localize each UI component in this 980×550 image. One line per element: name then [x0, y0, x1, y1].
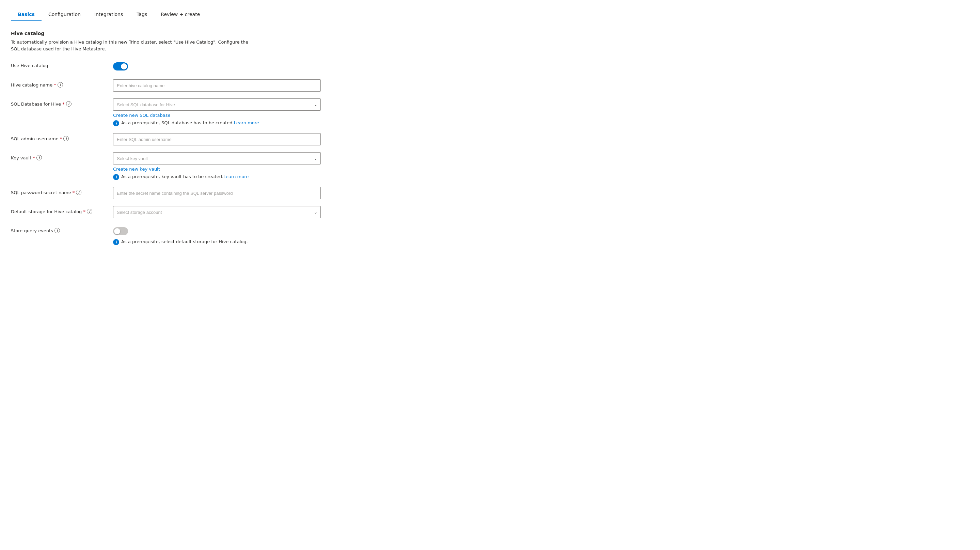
sql-database-select[interactable]: Select SQL database for Hive	[113, 99, 321, 111]
key-vault-learn-more-link[interactable]: Learn more	[223, 174, 248, 179]
sql-admin-username-row: SQL admin username * i	[11, 133, 329, 145]
key-vault-select[interactable]: Select key vault	[113, 152, 321, 164]
sql-password-secret-input[interactable]	[113, 187, 321, 199]
default-storage-row: Default storage for Hive catalog * i Sel…	[11, 206, 329, 218]
hive-catalog-name-input[interactable]	[113, 79, 321, 92]
tab-configuration[interactable]: Configuration	[41, 8, 88, 21]
store-query-events-info-message: i As a prerequisite, select default stor…	[113, 239, 321, 245]
default-storage-control: Select storage account ⌄	[113, 206, 321, 218]
page-container: Basics Configuration Integrations Tags R…	[0, 0, 340, 260]
hive-catalog-name-info-icon[interactable]: i	[57, 82, 63, 87]
tab-review-create[interactable]: Review + create	[154, 8, 207, 21]
store-query-events-label: Store query events i	[11, 225, 113, 233]
hive-catalog-name-control	[113, 79, 321, 92]
toggle-knob	[121, 64, 127, 70]
store-query-events-info-text: As a prerequisite, select default storag…	[121, 239, 248, 245]
sql-database-select-wrapper: Select SQL database for Hive ⌄	[113, 99, 321, 111]
create-key-vault-link[interactable]: Create new key vault	[113, 167, 321, 172]
sql-admin-username-label: SQL admin username * i	[11, 133, 113, 141]
sql-admin-username-info-icon[interactable]: i	[63, 136, 69, 141]
required-star: *	[73, 190, 75, 195]
store-query-events-info-icon[interactable]: i	[54, 228, 60, 233]
key-vault-control: Select key vault ⌄ Create new key vault …	[113, 152, 321, 180]
sql-database-info-message: i As a prerequisite, SQL database has to…	[113, 120, 321, 126]
default-storage-info-icon[interactable]: i	[87, 209, 92, 214]
tab-bar: Basics Configuration Integrations Tags R…	[11, 8, 329, 21]
store-query-events-toggle[interactable]	[113, 227, 128, 235]
sql-admin-username-input[interactable]	[113, 133, 321, 145]
sql-database-label: SQL Database for Hive * i	[11, 99, 113, 107]
key-vault-select-wrapper: Select key vault ⌄	[113, 152, 321, 164]
key-vault-info-icon[interactable]: i	[37, 155, 42, 161]
tab-tags[interactable]: Tags	[130, 8, 154, 21]
section-description: To automatically provision a Hive catalo…	[11, 39, 249, 52]
default-storage-label: Default storage for Hive catalog * i	[11, 206, 113, 214]
store-query-events-row: Store query events i i As a prerequisite…	[11, 225, 329, 245]
section-title: Hive catalog	[11, 31, 329, 36]
use-hive-catalog-row: Use Hive catalog	[11, 60, 329, 73]
use-hive-catalog-toggle[interactable]	[113, 62, 128, 70]
toggle-slider-off	[113, 227, 128, 235]
key-vault-label: Key vault * i	[11, 152, 113, 161]
required-star: *	[33, 155, 35, 161]
hive-catalog-name-row: Hive catalog name * i	[11, 79, 329, 92]
sql-database-info-icon[interactable]: i	[66, 101, 72, 107]
info-circle-icon: i	[113, 174, 119, 180]
required-star: *	[83, 209, 86, 214]
required-star: *	[62, 102, 65, 107]
hive-catalog-name-label: Hive catalog name * i	[11, 79, 113, 87]
create-sql-database-link[interactable]: Create new SQL database	[113, 113, 321, 118]
default-storage-select-wrapper: Select storage account ⌄	[113, 206, 321, 218]
toggle-slider-on	[113, 62, 128, 70]
info-circle-icon: i	[113, 239, 119, 245]
sql-password-secret-row: SQL password secret name * i	[11, 187, 329, 199]
required-star: *	[60, 136, 62, 141]
info-circle-icon: i	[113, 120, 119, 126]
key-vault-info-text: As a prerequisite, key vault has to be c…	[121, 174, 248, 180]
use-hive-catalog-label: Use Hive catalog	[11, 60, 113, 68]
key-vault-row: Key vault * i Select key vault ⌄ Create …	[11, 152, 329, 180]
default-storage-select[interactable]: Select storage account	[113, 206, 321, 218]
required-star: *	[54, 83, 56, 87]
sql-database-row: SQL Database for Hive * i Select SQL dat…	[11, 99, 329, 126]
sql-password-secret-info-icon[interactable]: i	[76, 190, 81, 195]
sql-password-secret-label: SQL password secret name * i	[11, 187, 113, 195]
key-vault-info-message: i As a prerequisite, key vault has to be…	[113, 174, 321, 180]
toggle-knob	[114, 228, 120, 234]
store-query-events-control: i As a prerequisite, select default stor…	[113, 225, 321, 245]
tab-integrations[interactable]: Integrations	[88, 8, 130, 21]
sql-admin-username-control	[113, 133, 321, 145]
sql-password-secret-control	[113, 187, 321, 199]
use-hive-catalog-control	[113, 60, 321, 72]
sql-database-info-text: As a prerequisite, SQL database has to b…	[121, 120, 259, 126]
sql-database-learn-more-link[interactable]: Learn more	[234, 120, 259, 125]
tab-basics[interactable]: Basics	[11, 8, 41, 21]
sql-database-control: Select SQL database for Hive ⌄ Create ne…	[113, 99, 321, 126]
